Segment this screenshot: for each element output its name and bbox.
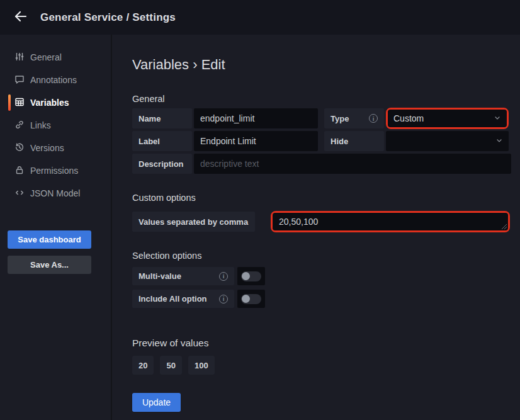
label-label: Label [132, 131, 192, 151]
sidebar-item-versions[interactable]: Versions [0, 137, 111, 159]
chevron-down-icon [494, 113, 501, 123]
custom-options-heading: Custom options [132, 193, 511, 203]
annotation-ring-values [271, 211, 510, 232]
link-icon [14, 120, 25, 132]
info-icon[interactable] [219, 295, 228, 304]
label-input[interactable] [194, 131, 318, 151]
top-header: General Service / Settings [0, 0, 520, 35]
name-type-row: Name Type Custom [132, 108, 511, 128]
arrow-left-icon [13, 9, 28, 26]
multi-value-label: Multi-value [138, 271, 181, 281]
grafana-settings-screen: General Service / Settings General Annot… [0, 0, 520, 420]
description-label: Description [132, 154, 192, 174]
include-all-row: Include All option [132, 290, 511, 308]
type-label-cell: Type [324, 108, 384, 128]
chevron-down-icon [495, 136, 503, 146]
sidebar-item-links[interactable]: Links [0, 114, 111, 137]
info-icon[interactable] [219, 272, 228, 281]
hide-select[interactable] [386, 131, 509, 151]
annotation-ring-type: Custom [386, 108, 509, 129]
name-label: Name [132, 108, 192, 128]
values-row: Values separated by comma [132, 212, 511, 232]
sidebar-item-permissions[interactable]: Permissions [0, 159, 111, 182]
sidebar-item-annotations[interactable]: Annotations [0, 69, 111, 91]
sidebar-item-label: Annotations [30, 75, 77, 85]
sidebar-item-label: General [30, 52, 62, 62]
sidebar-item-json-model[interactable]: JSON Model [0, 182, 111, 205]
sidebar-item-label: Links [30, 120, 51, 130]
values-label: Values separated by comma [132, 212, 255, 232]
preview-chip: 20 [132, 356, 154, 375]
sidebar-item-label: Versions [30, 143, 64, 153]
back-button[interactable] [10, 7, 31, 28]
hide-label-cell: Hide [324, 131, 384, 151]
sidebar-item-label: Variables [30, 98, 69, 108]
toggle-knob [242, 295, 250, 303]
include-all-toggle[interactable] [237, 290, 265, 308]
table-icon [14, 97, 25, 109]
update-button[interactable]: Update [132, 393, 181, 412]
history-icon [14, 142, 25, 154]
name-input[interactable] [194, 108, 318, 128]
resize-handle[interactable] [501, 224, 507, 229]
lock-icon [14, 165, 25, 177]
save-dashboard-button[interactable]: Save dashboard [8, 230, 91, 249]
multi-value-toggle[interactable] [237, 267, 265, 285]
type-select[interactable]: Custom [388, 110, 507, 127]
preview-heading: Preview of values [132, 338, 511, 349]
sidebar-item-label: Permissions [30, 166, 78, 176]
settings-sidebar: General Annotations Variables Links Vers… [0, 35, 112, 420]
selection-options-heading: Selection options [132, 251, 511, 261]
general-section-heading: General [132, 94, 511, 104]
info-icon[interactable] [369, 114, 378, 123]
preview-chip: 50 [160, 356, 181, 375]
description-input[interactable] [194, 154, 511, 174]
description-row: Description [132, 154, 511, 174]
breadcrumb-title: General Service / Settings [40, 11, 176, 24]
preview-values: 20 50 100 [132, 356, 511, 375]
preview-chip: 100 [188, 356, 215, 375]
multi-value-label-cell: Multi-value [132, 267, 234, 285]
type-select-value: Custom [393, 113, 424, 123]
comment-icon [14, 74, 25, 86]
variables-edit-panel: Variables › Edit General Name Type Custo… [112, 35, 520, 420]
page-title: Variables › Edit [132, 57, 511, 73]
include-all-label: Include All option [138, 294, 207, 304]
label-hide-row: Label Hide [132, 131, 511, 151]
sidebar-item-label: JSON Model [30, 188, 80, 198]
multi-value-row: Multi-value [132, 267, 511, 285]
toggle-track [241, 294, 261, 304]
include-all-label-cell: Include All option [132, 290, 234, 308]
toggle-knob [242, 272, 250, 280]
values-input[interactable] [273, 213, 508, 230]
sidebar-item-variables[interactable]: Variables [0, 91, 111, 114]
sidebar-item-general[interactable]: General [0, 46, 111, 69]
save-as-button[interactable]: Save As... [8, 256, 91, 274]
sliders-icon [14, 52, 25, 64]
toggle-track [241, 271, 261, 281]
type-label: Type [331, 114, 349, 123]
code-icon [14, 188, 25, 200]
